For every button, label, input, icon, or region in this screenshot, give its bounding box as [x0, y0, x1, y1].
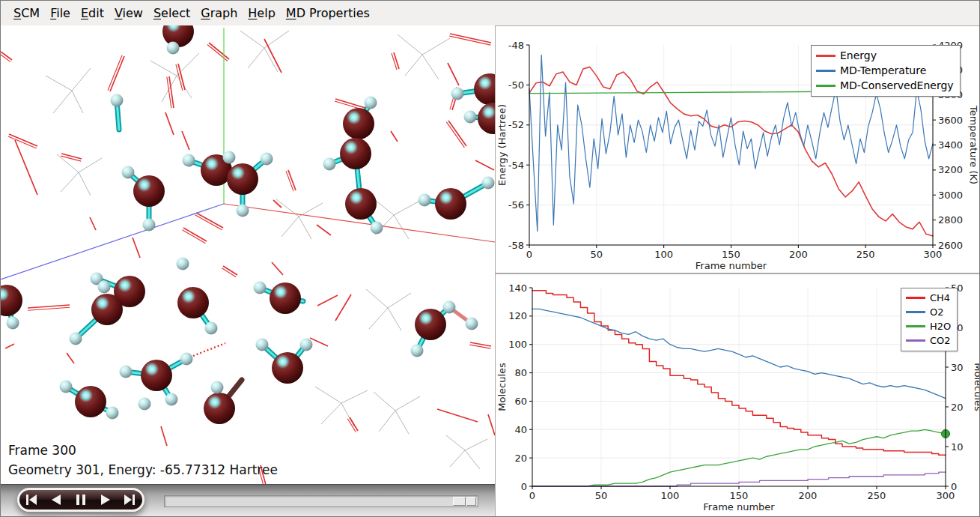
- svg-text:3200: 3200: [938, 164, 963, 175]
- legend-label: Energy: [840, 48, 877, 63]
- svg-text:Frame number: Frame number: [703, 501, 775, 513]
- svg-text:250: 250: [856, 249, 875, 260]
- menu-select[interactable]: Select: [148, 6, 195, 20]
- svg-text:3600: 3600: [938, 115, 963, 126]
- svg-text:-52: -52: [508, 119, 524, 130]
- frame-slider-thumb[interactable]: [453, 497, 476, 506]
- svg-text:Temperature (K): Temperature (K): [968, 105, 979, 184]
- menu-graph[interactable]: Graph: [195, 6, 243, 20]
- frame-status: Frame 300 Geometry 301, Energy: -65.7731…: [8, 441, 278, 480]
- skip-to-start-icon: [26, 495, 37, 505]
- svg-text:10: 10: [951, 441, 964, 453]
- svg-text:30: 30: [951, 362, 964, 373]
- svg-text:150: 150: [722, 249, 740, 260]
- skip-to-end-icon: [124, 495, 136, 505]
- svg-text:150: 150: [730, 490, 749, 501]
- svg-text:0: 0: [951, 481, 957, 492]
- playback-controls: [17, 488, 144, 512]
- svg-text:0: 0: [521, 481, 527, 492]
- svg-text:250: 250: [868, 490, 886, 501]
- pause-icon: [76, 495, 85, 505]
- legend-label: MD-ConservedEnergy: [840, 78, 954, 93]
- svg-text:3000: 3000: [938, 190, 963, 201]
- legend-item-md-conservedenergy: MD-ConservedEnergy: [816, 78, 954, 93]
- svg-text:3400: 3400: [938, 139, 963, 151]
- menu-bar: SCM File Edit View Select Graph Help MD …: [1, 1, 979, 25]
- svg-text:200: 200: [789, 249, 808, 260]
- legend-label: CO2: [930, 333, 951, 348]
- menu-file[interactable]: File: [45, 6, 76, 20]
- molecule-viewer-panel: Frame 300 Geometry 301, Energy: -65.7731…: [1, 25, 495, 484]
- menu-view[interactable]: View: [109, 6, 148, 20]
- energy-swatch: [816, 55, 836, 57]
- svg-text:20: 20: [951, 402, 964, 413]
- step-back-icon: [52, 495, 61, 505]
- md-conservedenergy-swatch: [816, 85, 836, 87]
- energy-chart-legend: Energy MD-Temperature MD-ConservedEnergy: [811, 45, 961, 97]
- svg-text:2600: 2600: [938, 240, 963, 251]
- play-icon: [101, 495, 110, 505]
- player-bar: [1, 484, 495, 517]
- svg-text:60: 60: [514, 396, 527, 407]
- legend-label: O2: [930, 305, 944, 319]
- legend-item-energy: Energy: [816, 48, 954, 63]
- md-temperature-swatch: [816, 70, 836, 72]
- svg-text:100: 100: [661, 490, 680, 501]
- svg-text:120: 120: [508, 310, 527, 321]
- skip-to-end-button[interactable]: [121, 494, 139, 506]
- legend-item-h2o: H2O: [906, 319, 951, 333]
- play-button[interactable]: [97, 494, 115, 506]
- legend-label: CH4: [930, 291, 950, 305]
- menu-edit[interactable]: Edit: [76, 6, 109, 20]
- legend-item-ch4: CH4: [906, 291, 951, 305]
- svg-text:100: 100: [508, 339, 527, 350]
- molecule-viewport[interactable]: [1, 25, 495, 484]
- ch4-swatch: [906, 297, 925, 299]
- app-window: SCM File Edit View Select Graph Help MD …: [0, 0, 980, 517]
- h2o-swatch: [906, 325, 925, 327]
- svg-text:140: 140: [508, 282, 527, 294]
- svg-text:40: 40: [514, 424, 527, 435]
- skip-to-start-button[interactable]: [22, 494, 40, 506]
- legend-label: MD-Temperature: [840, 63, 926, 78]
- legend-item-o2: O2: [906, 305, 951, 319]
- svg-text:80: 80: [514, 367, 527, 378]
- svg-text:Frame number: Frame number: [696, 260, 767, 271]
- svg-text:-48: -48: [508, 40, 524, 51]
- svg-text:50: 50: [595, 490, 608, 501]
- frame-slider[interactable]: [164, 495, 478, 507]
- svg-text:100: 100: [654, 249, 673, 260]
- molecule-chart-legend: CH4 O2 H2O CO2: [901, 288, 958, 351]
- energy-temperature-chart-panel: 050100150200250300-58-56-54-52-50-482600…: [495, 25, 980, 273]
- menu-help[interactable]: Help: [243, 6, 280, 20]
- svg-text:-50: -50: [508, 79, 524, 91]
- menu-md-properties[interactable]: MD Properties: [281, 6, 375, 20]
- menu-scm[interactable]: SCM: [8, 6, 45, 20]
- svg-text:200: 200: [799, 490, 818, 501]
- svg-text:0: 0: [526, 249, 532, 260]
- svg-text:2800: 2800: [938, 214, 963, 226]
- legend-label: H2O: [930, 319, 951, 333]
- svg-text:50: 50: [591, 249, 603, 260]
- svg-text:Molecules: Molecules: [973, 363, 980, 411]
- legend-item-md-temperature: MD-Temperature: [816, 63, 954, 78]
- svg-text:20: 20: [514, 453, 527, 464]
- svg-text:-58: -58: [508, 240, 524, 251]
- geometry-energy-label: Geometry 301, Energy: -65.77312 Hartree: [8, 460, 278, 480]
- svg-text:-54: -54: [508, 160, 524, 171]
- pause-button[interactable]: [72, 494, 90, 506]
- legend-item-co2: CO2: [906, 333, 951, 348]
- svg-text:0: 0: [529, 490, 535, 501]
- co2-swatch: [906, 339, 925, 342]
- molecule-count-chart-panel: 0501001502002503000204060801001201400102…: [495, 273, 980, 517]
- step-back-button[interactable]: [47, 494, 65, 506]
- o2-swatch: [906, 311, 925, 313]
- frame-label: Frame 300: [8, 441, 278, 460]
- svg-text:Molecules: Molecules: [496, 363, 508, 411]
- svg-text:Energy (Hartree): Energy (Hartree): [496, 104, 508, 186]
- svg-text:-56: -56: [508, 199, 524, 211]
